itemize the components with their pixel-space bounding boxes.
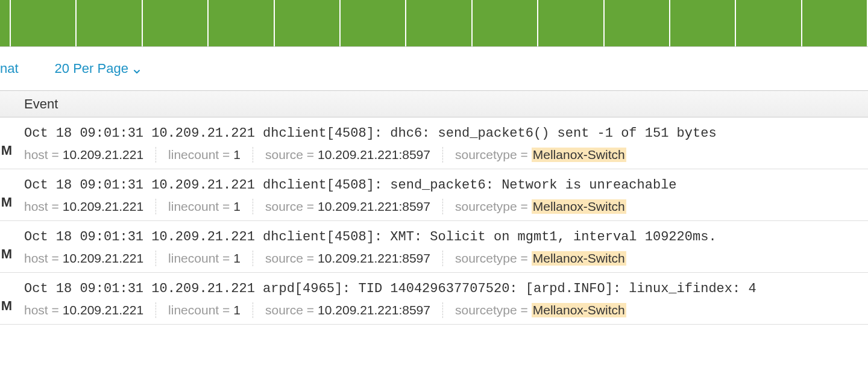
meta-linecount[interactable]: linecount = 1 <box>168 303 253 317</box>
meta-value: 1 <box>233 303 241 317</box>
meta-key: linecount = <box>168 199 230 214</box>
event-content: Oct 18 09:01:31 10.209.21.221 arpd[4965]… <box>12 281 868 318</box>
meta-key: host = <box>24 199 59 214</box>
results-header: Event <box>0 90 868 117</box>
meta-sourcetype[interactable]: sourcetype = Mellanox-Switch <box>455 148 638 162</box>
timeline-cell[interactable] <box>605 0 670 46</box>
timeline-cell[interactable] <box>406 0 472 46</box>
timeline-cell[interactable] <box>143 0 209 46</box>
meta-key: sourcetype = <box>455 251 528 266</box>
timeline-cell[interactable] <box>275 0 341 46</box>
timeline-cell[interactable] <box>538 0 604 46</box>
meta-value: 10.209.21.221 <box>63 251 143 266</box>
meta-value: Mellanox-Switch <box>532 148 626 162</box>
meta-host[interactable]: host = 10.209.21.221 <box>24 199 156 214</box>
col-event-header: Event <box>12 96 58 112</box>
meta-linecount[interactable]: linecount = 1 <box>168 251 253 266</box>
meta-key: host = <box>24 251 59 266</box>
event-meta: host = 10.209.21.221linecount = 1source … <box>24 302 868 318</box>
meta-value: 10.209.21.221:8597 <box>318 251 430 266</box>
meta-value: 10.209.21.221:8597 <box>318 199 430 214</box>
meta-key: source = <box>265 148 314 162</box>
meta-source[interactable]: source = 10.209.21.221:8597 <box>265 148 442 162</box>
meta-linecount[interactable]: linecount = 1 <box>168 148 253 162</box>
meta-linecount[interactable]: linecount = 1 <box>168 199 253 214</box>
event-row: MOct 18 09:01:31 10.209.21.221 dhclient[… <box>0 221 868 273</box>
event-raw[interactable]: Oct 18 09:01:31 10.209.21.221 dhclient[4… <box>24 178 868 193</box>
meta-value: 1 <box>233 251 241 266</box>
meta-key: sourcetype = <box>455 199 528 214</box>
event-content: Oct 18 09:01:31 10.209.21.221 dhclient[4… <box>12 178 868 214</box>
timeline-cell[interactable] <box>11 0 77 46</box>
meta-sourcetype[interactable]: sourcetype = Mellanox-Switch <box>455 303 638 317</box>
meta-sourcetype[interactable]: sourcetype = Mellanox-Switch <box>455 251 638 266</box>
timeline-cell[interactable] <box>209 0 274 46</box>
meta-sourcetype[interactable]: sourcetype = Mellanox-Switch <box>455 199 638 214</box>
timeline-cell[interactable] <box>670 0 736 46</box>
meta-value: 10.209.21.221 <box>63 148 143 162</box>
meta-value: 10.209.21.221 <box>63 199 143 214</box>
event-row: MOct 18 09:01:31 10.209.21.221 dhclient[… <box>0 169 868 221</box>
events-list: MOct 18 09:01:31 10.209.21.221 dhclient[… <box>0 117 868 325</box>
event-content: Oct 18 09:01:31 10.209.21.221 dhclient[4… <box>12 229 868 266</box>
event-time-marker: M <box>0 229 12 266</box>
meta-key: linecount = <box>168 148 230 162</box>
meta-value: 10.209.21.221:8597 <box>318 303 430 317</box>
meta-divider <box>253 199 253 214</box>
per-page-label: 20 Per Page <box>55 61 128 76</box>
meta-key: linecount = <box>168 303 230 317</box>
meta-key: source = <box>265 199 314 214</box>
timeline-cell[interactable] <box>77 0 142 46</box>
meta-divider <box>442 199 443 214</box>
event-time-marker: M <box>0 126 12 163</box>
meta-host[interactable]: host = 10.209.21.221 <box>24 251 156 266</box>
timeline-cell[interactable] <box>736 0 802 46</box>
meta-key: source = <box>265 303 314 317</box>
event-raw[interactable]: Oct 18 09:01:31 10.209.21.221 arpd[4965]… <box>24 281 868 296</box>
meta-divider <box>442 302 443 318</box>
meta-value: Mellanox-Switch <box>532 251 626 266</box>
meta-value: 10.209.21.221:8597 <box>318 148 430 162</box>
meta-divider <box>156 147 156 163</box>
meta-value: 10.209.21.221 <box>63 303 143 317</box>
event-meta: host = 10.209.21.221linecount = 1source … <box>24 251 868 266</box>
meta-value: Mellanox-Switch <box>532 199 626 214</box>
timeline-cell[interactable] <box>802 0 868 46</box>
meta-host[interactable]: host = 10.209.21.221 <box>24 303 156 317</box>
timeline-cell[interactable] <box>473 0 538 46</box>
meta-key: linecount = <box>168 251 230 266</box>
meta-key: host = <box>24 148 59 162</box>
event-content: Oct 18 09:01:31 10.209.21.221 dhclient[4… <box>12 126 868 163</box>
meta-key: sourcetype = <box>455 148 528 162</box>
meta-divider <box>156 199 156 214</box>
meta-key: host = <box>24 303 59 317</box>
meta-divider <box>442 251 443 266</box>
results-controls: nat 20 Per Page <box>0 47 868 90</box>
meta-host[interactable]: host = 10.209.21.221 <box>24 148 156 162</box>
event-time-marker: M <box>0 178 12 214</box>
format-link[interactable]: nat <box>0 61 19 76</box>
meta-divider <box>253 302 253 318</box>
event-raw[interactable]: Oct 18 09:01:31 10.209.21.221 dhclient[4… <box>24 126 868 141</box>
meta-divider <box>253 147 253 163</box>
meta-source[interactable]: source = 10.209.21.221:8597 <box>265 251 442 266</box>
event-row: MOct 18 09:01:31 10.209.21.221 dhclient[… <box>0 117 868 169</box>
event-meta: host = 10.209.21.221linecount = 1source … <box>24 147 868 163</box>
event-raw[interactable]: Oct 18 09:01:31 10.209.21.221 dhclient[4… <box>24 229 868 245</box>
meta-divider <box>442 147 443 163</box>
timeline-cell[interactable] <box>341 0 406 46</box>
meta-source[interactable]: source = 10.209.21.221:8597 <box>265 199 442 214</box>
meta-divider <box>156 302 156 318</box>
event-row: MOct 18 09:01:31 10.209.21.221 arpd[4965… <box>0 273 868 325</box>
meta-divider <box>253 251 253 266</box>
event-time-marker: M <box>0 281 12 318</box>
meta-divider <box>156 251 156 266</box>
timeline-bar[interactable] <box>0 0 868 47</box>
chevron-down-icon <box>132 64 140 73</box>
meta-key: source = <box>265 251 314 266</box>
meta-value: 1 <box>233 199 241 214</box>
meta-value: Mellanox-Switch <box>532 303 626 317</box>
timeline-cell[interactable] <box>0 0 11 46</box>
meta-source[interactable]: source = 10.209.21.221:8597 <box>265 303 442 317</box>
per-page-dropdown[interactable]: 20 Per Page <box>55 61 140 76</box>
